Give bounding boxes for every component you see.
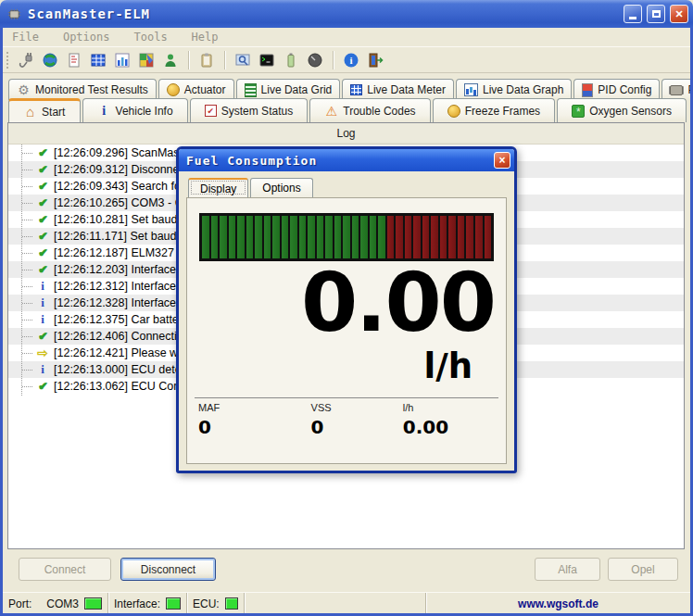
- opel-button: Opel: [608, 558, 678, 581]
- graph-icon: [464, 83, 478, 96]
- report-document-icon[interactable]: [65, 51, 83, 69]
- tab-system-status[interactable]: System Status: [190, 98, 309, 122]
- battery-icon[interactable]: [282, 51, 300, 69]
- dialog-tab-display[interactable]: Display: [188, 178, 248, 197]
- tab-trouble-codes[interactable]: Trouble Codes: [309, 98, 430, 122]
- data-chart-icon[interactable]: [113, 51, 132, 69]
- website-link[interactable]: www.wgsoft.de: [426, 593, 690, 614]
- gauge-segment-green: [237, 216, 245, 258]
- graph-window-icon[interactable]: [137, 51, 156, 69]
- gauge-segment-green: [325, 216, 333, 258]
- grid-green-icon: [245, 83, 257, 97]
- port-value: COM3: [46, 597, 79, 610]
- field-label: VSS: [311, 402, 403, 413]
- exit-door-icon[interactable]: [366, 51, 384, 69]
- tab-actuator[interactable]: Actuator: [158, 79, 234, 100]
- log-entry-text: [12:26:13.000] ECU detec: [54, 363, 187, 376]
- tab-live-data-meter[interactable]: Live Data Meter: [342, 79, 454, 100]
- tab-live-data-graph[interactable]: Live Data Graph: [456, 79, 572, 100]
- gauge-segment-green: [290, 216, 297, 258]
- toolbar-separator: [333, 51, 334, 69]
- field-label: MAF: [198, 402, 311, 413]
- svg-text:i: i: [349, 55, 352, 66]
- gauge-segment-red: [396, 216, 403, 258]
- menu-file[interactable]: File: [12, 31, 39, 44]
- log-entry-text: [12:26:12.375] Car batter: [54, 313, 183, 326]
- pid-icon: [582, 83, 593, 97]
- log-entry-text: [12:26:11.171] Set baudr.: [54, 230, 183, 243]
- minimize-button[interactable]: [624, 5, 642, 23]
- search-screen-icon[interactable]: [233, 51, 252, 69]
- dialog-title-bar[interactable]: Fuel Consumption ×: [179, 149, 514, 171]
- gauge-segment-green: [334, 216, 342, 258]
- data-grid-icon[interactable]: [89, 51, 107, 69]
- dialog-tab-options[interactable]: Options: [250, 178, 312, 197]
- gauge-segment-green: [202, 216, 209, 258]
- close-button[interactable]: ✕: [670, 5, 688, 23]
- tab-label: Live Data Grid: [261, 83, 333, 96]
- title-bar: ScanMaster-ELM ✕: [0, 0, 693, 28]
- check-icon: [35, 163, 50, 176]
- tab-vehicle-info[interactable]: Vehicle Info: [82, 98, 188, 122]
- tab-label: Live Data Meter: [367, 83, 446, 96]
- info-icon[interactable]: i: [342, 51, 360, 69]
- gauge-segment-green: [282, 216, 289, 258]
- globe-icon[interactable]: [41, 51, 59, 69]
- tab-pid-config[interactable]: PID Config: [573, 79, 660, 100]
- gauge-segment-green: [317, 216, 324, 258]
- interface-status-indicator: [166, 597, 181, 610]
- gauge-segment-red: [440, 216, 447, 258]
- warning-icon: [324, 104, 338, 118]
- clipboard-icon[interactable]: [197, 51, 216, 69]
- gauge-segment-red: [448, 216, 456, 258]
- dialog-close-icon[interactable]: ×: [494, 152, 510, 169]
- menu-tools[interactable]: Tools: [133, 31, 167, 44]
- menu-help[interactable]: Help: [192, 31, 219, 44]
- connect-button: Connect: [19, 558, 111, 581]
- tab-oxygen-sensors[interactable]: Oxygen Sensors: [557, 98, 687, 122]
- gauge-knob-icon[interactable]: [306, 51, 324, 69]
- tab-live-data-grid[interactable]: Live Data Grid: [236, 79, 341, 100]
- gauge-segment-green: [246, 216, 254, 258]
- disconnect-button[interactable]: Disconnect: [120, 558, 216, 581]
- tab-label: Trouble Codes: [343, 105, 415, 118]
- gauge-segment-red: [413, 216, 421, 258]
- check-icon: [35, 330, 50, 343]
- toolbar-grip: [6, 52, 11, 69]
- gauge-segment-green: [308, 216, 315, 258]
- gauge-segment-green: [229, 216, 236, 258]
- log-header: Log: [8, 123, 684, 145]
- tab-start[interactable]: Start: [8, 98, 81, 122]
- freeze-icon: [447, 105, 460, 118]
- gear-icon: [17, 83, 31, 97]
- fuel-unit: l/h: [187, 346, 506, 386]
- field-maf: MAF0: [198, 402, 311, 438]
- gauge-segment-red: [475, 216, 483, 258]
- port-status-indicator: [84, 597, 102, 610]
- check-icon: [35, 263, 50, 276]
- maximize-button[interactable]: [647, 5, 665, 23]
- check-icon: [35, 380, 50, 393]
- gauge-segment-red: [387, 216, 395, 258]
- tab-row-primary: StartVehicle InfoSystem StatusTrouble Co…: [8, 98, 687, 122]
- window-title: ScanMaster-ELM: [28, 6, 619, 21]
- tab-power[interactable]: Power: [662, 79, 693, 100]
- field-value: 0: [311, 416, 403, 438]
- tab-freeze-frames[interactable]: Freeze Frames: [433, 98, 556, 122]
- toolbar-separator: [224, 51, 225, 69]
- tab-monitored-test-results[interactable]: Monitored Test Results: [8, 79, 157, 100]
- log-entry-text: [12:26:13.062] ECU Conn: [54, 380, 186, 393]
- gauge-segment-green: [264, 216, 271, 258]
- gauge-segment-red: [485, 216, 492, 258]
- log-entry-text: [12:26:09.296] ScanMaste: [54, 146, 189, 159]
- user-icon[interactable]: [161, 51, 180, 69]
- fuel-consumption-dialog: Fuel Consumption × DisplayOptions 0.00 l…: [176, 146, 517, 473]
- menu-options[interactable]: Options: [63, 31, 110, 44]
- log-entry-text: [12:26:12.406] Connectio: [54, 330, 183, 343]
- log-entry-text: [12:26:09.343] Search for: [54, 180, 184, 193]
- log-entry-text: [12:26:10.265] COM3 - Co: [54, 196, 190, 209]
- log-entry-text: [12:26:12.312] Interface: [54, 280, 176, 293]
- toolbar-separator: [188, 51, 189, 69]
- terminal-icon[interactable]: [258, 51, 276, 69]
- connect-plug-icon[interactable]: [17, 51, 35, 69]
